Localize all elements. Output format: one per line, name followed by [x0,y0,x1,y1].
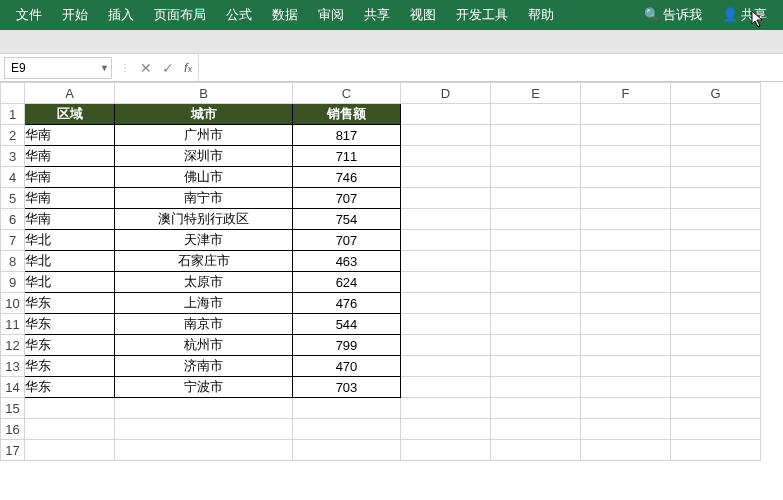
cell-B9[interactable]: 太原市 [115,272,293,293]
cell-D5[interactable] [401,188,491,209]
cell-F17[interactable] [581,440,671,461]
cell-F4[interactable] [581,167,671,188]
ribbon-tab-4[interactable]: 公式 [216,0,262,30]
cell-B2[interactable]: 广州市 [115,125,293,146]
cell-C10[interactable]: 476 [293,293,401,314]
cell-E4[interactable] [491,167,581,188]
cell-C6[interactable]: 754 [293,209,401,230]
cell-D16[interactable] [401,419,491,440]
cell-G15[interactable] [671,398,761,419]
col-header-B[interactable]: B [115,83,293,104]
cell-D13[interactable] [401,356,491,377]
cell-A6[interactable]: 华南 [25,209,115,230]
col-header-G[interactable]: G [671,83,761,104]
cell-B7[interactable]: 天津市 [115,230,293,251]
cell-F15[interactable] [581,398,671,419]
cell-B3[interactable]: 深圳市 [115,146,293,167]
col-header-D[interactable]: D [401,83,491,104]
cell-A4[interactable]: 华南 [25,167,115,188]
cell-F3[interactable] [581,146,671,167]
ribbon-tab-0[interactable]: 文件 [6,0,52,30]
cell-C17[interactable] [293,440,401,461]
cell-G12[interactable] [671,335,761,356]
ribbon-tab-6[interactable]: 审阅 [308,0,354,30]
ribbon-tab-1[interactable]: 开始 [52,0,98,30]
cell-F9[interactable] [581,272,671,293]
cell-E17[interactable] [491,440,581,461]
cell-C5[interactable]: 707 [293,188,401,209]
cell-B4[interactable]: 佛山市 [115,167,293,188]
cell-D2[interactable] [401,125,491,146]
cell-F14[interactable] [581,377,671,398]
cell-C15[interactable] [293,398,401,419]
cell-B17[interactable] [115,440,293,461]
cell-G17[interactable] [671,440,761,461]
cell-A3[interactable]: 华南 [25,146,115,167]
cell-C4[interactable]: 746 [293,167,401,188]
cell-G8[interactable] [671,251,761,272]
cell-E1[interactable] [491,104,581,125]
cell-B5[interactable]: 南宁市 [115,188,293,209]
ribbon-tab-8[interactable]: 视图 [400,0,446,30]
cell-C9[interactable]: 624 [293,272,401,293]
cell-G4[interactable] [671,167,761,188]
cell-F5[interactable] [581,188,671,209]
cell-E14[interactable] [491,377,581,398]
cell-C16[interactable] [293,419,401,440]
cell-G3[interactable] [671,146,761,167]
cell-F12[interactable] [581,335,671,356]
cell-B14[interactable]: 宁波市 [115,377,293,398]
formula-input[interactable] [199,57,783,79]
cell-C2[interactable]: 817 [293,125,401,146]
cell-E9[interactable] [491,272,581,293]
row-header-13[interactable]: 13 [1,356,25,377]
cell-A17[interactable] [25,440,115,461]
cell-A7[interactable]: 华北 [25,230,115,251]
cell-E11[interactable] [491,314,581,335]
cell-E6[interactable] [491,209,581,230]
cell-A16[interactable] [25,419,115,440]
cell-A2[interactable]: 华南 [25,125,115,146]
cell-B8[interactable]: 石家庄市 [115,251,293,272]
cell-A15[interactable] [25,398,115,419]
cell-D9[interactable] [401,272,491,293]
cell-D1[interactable] [401,104,491,125]
cell-E12[interactable] [491,335,581,356]
name-box-dropdown-icon[interactable]: ▼ [100,63,109,73]
cell-F7[interactable] [581,230,671,251]
cell-E5[interactable] [491,188,581,209]
cell-G11[interactable] [671,314,761,335]
cell-E10[interactable] [491,293,581,314]
ribbon-tab-7[interactable]: 共享 [354,0,400,30]
cell-F16[interactable] [581,419,671,440]
cell-E16[interactable] [491,419,581,440]
cell-F1[interactable] [581,104,671,125]
cell-D11[interactable] [401,314,491,335]
ribbon-tab-2[interactable]: 插入 [98,0,144,30]
col-header-E[interactable]: E [491,83,581,104]
name-box[interactable]: E9 ▼ [4,57,112,79]
cell-B1[interactable]: 城市 [115,104,293,125]
cell-A11[interactable]: 华东 [25,314,115,335]
cell-G14[interactable] [671,377,761,398]
cell-G9[interactable] [671,272,761,293]
cell-A10[interactable]: 华东 [25,293,115,314]
cell-E3[interactable] [491,146,581,167]
cell-A5[interactable]: 华南 [25,188,115,209]
col-header-F[interactable]: F [581,83,671,104]
cell-E8[interactable] [491,251,581,272]
share-button[interactable]: 👤共享 [712,0,777,30]
cell-G10[interactable] [671,293,761,314]
select-all-corner[interactable] [1,83,25,104]
cell-F2[interactable] [581,125,671,146]
cell-E7[interactable] [491,230,581,251]
cell-D7[interactable] [401,230,491,251]
cell-B15[interactable] [115,398,293,419]
tell-me[interactable]: 🔍告诉我 [634,0,712,30]
ribbon-tab-3[interactable]: 页面布局 [144,0,216,30]
cell-G6[interactable] [671,209,761,230]
cell-D14[interactable] [401,377,491,398]
row-header-15[interactable]: 15 [1,398,25,419]
cell-A12[interactable]: 华东 [25,335,115,356]
cell-B6[interactable]: 澳门特别行政区 [115,209,293,230]
